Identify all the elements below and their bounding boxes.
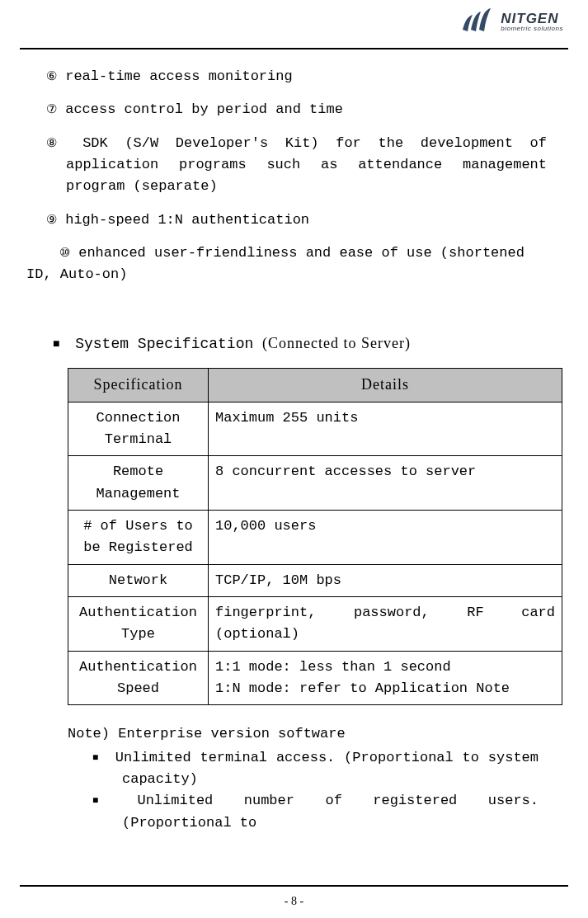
feature-text: enhanced user-friendliness and ease of u… (26, 245, 524, 282)
square-bullet-icon: ■ (92, 795, 120, 807)
spec-cell: Network (68, 564, 209, 596)
footer-divider (20, 885, 568, 887)
brand-logo-text: NITGEN biometric solutions (501, 12, 563, 32)
spec-cell: Remote Management (68, 456, 209, 511)
note-bullet-2: ■Unlimited number of registered users. (… (68, 790, 539, 834)
page-number: - 8 - (0, 895, 588, 908)
feature-number: ⑥ (46, 68, 57, 82)
feature-text: access control by period and time (65, 101, 343, 117)
table-row: Network TCP/IP, 10M bps (68, 564, 562, 596)
feature-number: ⑨ (46, 212, 57, 226)
specification-table: Specification Details Connection Termina… (68, 368, 562, 706)
feature-item-10: ⑩ enhanced user-friendliness and ease of… (26, 242, 547, 286)
section-heading: ■ System Specification (Connected to Ser… (33, 332, 547, 356)
note-text: Unlimited terminal access. (Proportional… (115, 750, 539, 787)
square-bullet-icon: ■ (53, 337, 59, 351)
feature-item-6: ⑥ real-time access monitoring (33, 66, 547, 87)
spec-cell: Connection Terminal (68, 402, 209, 456)
section-title-fancy: (Connected to Server) (262, 335, 411, 351)
spec-cell: # of Users to be Registered (68, 510, 209, 564)
table-header-row: Specification Details (68, 368, 562, 402)
brand-logo-mark (461, 8, 496, 35)
spec-cell: Authentication Type (68, 596, 209, 651)
feature-text: high-speed 1:N authentication (65, 212, 309, 228)
feature-item-9: ⑨ high-speed 1:N authentication (33, 209, 547, 231)
detail-cell: 10,000 users (209, 510, 562, 564)
section-title-plain: System Specification (75, 336, 253, 352)
note-bullet-1: ■Unlimited terminal access. (Proportiona… (68, 747, 539, 791)
note-block: Note) Enterprise version software ■Unlim… (68, 723, 539, 834)
feature-number: ⑧ (46, 135, 65, 149)
detail-cell: TCP/IP, 10M bps (209, 564, 562, 596)
note-text: Unlimited number of registered users. (P… (122, 793, 539, 830)
detail-cell: Maximum 255 units (209, 402, 562, 456)
note-title: Note) Enterprise version software (68, 723, 539, 745)
detail-cell: 8 concurrent accesses to server (209, 456, 562, 511)
feature-number: ⑦ (46, 101, 57, 115)
table-row: Connection Terminal Maximum 255 units (68, 402, 562, 456)
feature-item-8: ⑧ SDK (S/W Developer's Kit) for the deve… (33, 133, 547, 198)
brand-tagline: biometric solutions (501, 26, 563, 32)
spec-cell: Authentication Speed (68, 651, 209, 705)
square-bullet-icon: ■ (92, 752, 99, 764)
detail-cell: fingerprint, password, RF card (optional… (209, 596, 562, 651)
table-header-details: Details (209, 368, 562, 402)
table-row: Remote Management 8 concurrent accesses … (68, 456, 562, 511)
brand-header: NITGEN biometric solutions (461, 8, 563, 35)
table-row: Authentication Speed 1:1 mode: less than… (68, 651, 562, 705)
table-header-spec: Specification (68, 368, 209, 402)
feature-item-7: ⑦ access control by period and time (33, 99, 547, 120)
table-row: # of Users to be Registered 10,000 users (68, 510, 562, 564)
feature-number: ⑩ (59, 245, 70, 259)
brand-name: NITGEN (501, 12, 563, 26)
feature-text: real-time access monitoring (65, 68, 292, 84)
feature-text: SDK (S/W Developer's Kit) for the develo… (66, 135, 547, 195)
detail-cell: 1:1 mode: less than 1 second 1:N mode: r… (209, 651, 562, 705)
page-content: ⑥ real-time access monitoring ⑦ access c… (33, 66, 547, 834)
header-divider (20, 48, 568, 49)
table-row: Authentication Type fingerprint, passwor… (68, 596, 562, 651)
